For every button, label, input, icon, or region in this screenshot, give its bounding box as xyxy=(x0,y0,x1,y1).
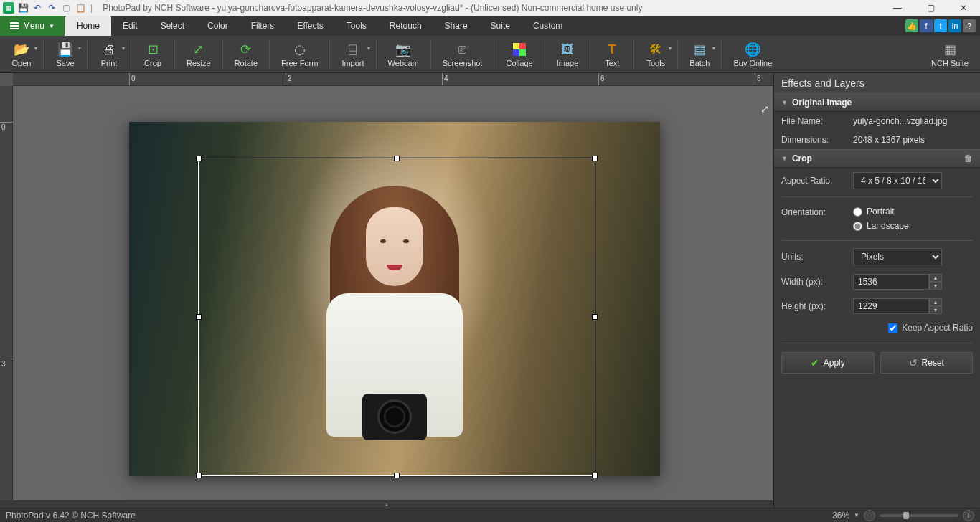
crop-handle-e[interactable] xyxy=(592,314,598,320)
tab-effects[interactable]: Effects xyxy=(286,16,334,36)
workarea: 0 2 4 6 8 0 3 ⤢ xyxy=(0,73,980,508)
chevron-down-icon: ▼ xyxy=(781,99,788,106)
minimize-button[interactable]: — xyxy=(881,0,914,16)
crop-handle-nw[interactable] xyxy=(196,156,202,161)
zoom-in-button[interactable]: + xyxy=(963,510,974,521)
panel-grip[interactable]: ▴ xyxy=(0,500,773,508)
units-select[interactable]: Pixels xyxy=(853,248,942,265)
paste-icon[interactable]: 📋 xyxy=(75,2,86,14)
effects-layers-panel: Effects and Layers ▼ Original Image File… xyxy=(773,73,980,508)
height-input[interactable]: ▲▼ xyxy=(853,298,942,314)
section-original-image[interactable]: ▼ Original Image xyxy=(774,93,980,112)
quick-access-toolbar: ▦ 💾 ↶ ↷ ▢ 📋 xyxy=(3,2,86,14)
panel-title: Effects and Layers xyxy=(774,73,980,93)
crop-handle-sw[interactable] xyxy=(196,473,202,478)
tab-filters[interactable]: Filters xyxy=(240,16,286,36)
section-crop[interactable]: ▼ Crop 🗑 xyxy=(774,149,980,168)
tab-strip: Home Edit Select Color Filters Effects T… xyxy=(65,16,574,36)
crop-selection[interactable] xyxy=(198,158,595,476)
scanner-icon: ⌸ xyxy=(344,41,362,58)
resize-button[interactable]: ⤢Resize xyxy=(179,39,218,69)
close-button[interactable]: ✕ xyxy=(947,0,980,16)
spin-down-icon[interactable]: ▼ xyxy=(929,282,942,290)
tab-home[interactable]: Home xyxy=(65,16,111,36)
tab-retouch[interactable]: Retouch xyxy=(378,16,433,36)
import-button[interactable]: ⌸Import xyxy=(334,39,371,69)
save-button[interactable]: 💾Save xyxy=(48,39,83,69)
apply-button[interactable]: ✔Apply xyxy=(781,352,875,374)
redo-icon[interactable]: ↷ xyxy=(46,2,57,14)
trash-icon[interactable]: 🗑 xyxy=(964,153,973,163)
filename-row: File Name: yulya-gonch...vzgliad.jpg xyxy=(774,112,980,130)
zoom-dropdown-icon[interactable]: ▼ xyxy=(854,512,859,518)
spin-up-icon[interactable]: ▲ xyxy=(929,298,942,306)
print-button[interactable]: 🖨Print xyxy=(92,39,126,69)
crop-handle-n[interactable] xyxy=(394,156,400,161)
new-icon[interactable]: ▢ xyxy=(60,2,72,14)
hamburger-icon xyxy=(10,22,19,29)
rotate-icon: ⟳ xyxy=(237,41,255,58)
ruler-horizontal: 0 2 4 6 8 xyxy=(13,73,773,86)
collage-icon xyxy=(511,41,528,58)
width-input[interactable]: ▲▼ xyxy=(853,274,942,290)
maximize-button[interactable]: ▢ xyxy=(914,0,947,16)
app-icon: ▦ xyxy=(3,2,14,14)
version-text: PhotoPad v 6.42 © NCH Software xyxy=(6,511,136,521)
resize-icon: ⤢ xyxy=(190,41,207,58)
nch-suite-button[interactable]: ▦NCH Suite xyxy=(924,39,976,69)
screenshot-button[interactable]: ⎚Screenshot xyxy=(435,39,490,69)
menu-button[interactable]: Menu ▼ xyxy=(0,16,65,36)
aspect-ratio-select[interactable]: 4 x 5 / 8 x 10 / 16 x 20 xyxy=(853,172,942,189)
twitter-icon[interactable]: t xyxy=(934,19,947,32)
tab-suite[interactable]: Suite xyxy=(479,16,522,36)
crop-handle-ne[interactable] xyxy=(592,156,598,161)
save-icon[interactable]: 💾 xyxy=(17,2,29,14)
dimensions-value: 2048 x 1367 pixels xyxy=(853,135,973,145)
like-icon[interactable]: 👍 xyxy=(905,19,918,32)
tab-color[interactable]: Color xyxy=(196,16,240,36)
spin-up-icon[interactable]: ▲ xyxy=(929,274,942,282)
image-button[interactable]: 🖼Image xyxy=(550,39,586,69)
aspect-label: Aspect Ratio: xyxy=(781,176,853,186)
rotate-button[interactable]: ⟳Rotate xyxy=(227,39,265,69)
batch-button[interactable]: ▤Batch xyxy=(682,39,717,69)
buy-button[interactable]: 🌐Buy Online xyxy=(726,39,779,69)
zoom-slider[interactable] xyxy=(880,514,958,517)
canvas[interactable]: ⤢ xyxy=(13,86,773,500)
crop-button[interactable]: ⊡Crop xyxy=(136,39,170,69)
keep-aspect-checkbox[interactable]: Keep Aspect Ratio xyxy=(774,318,980,340)
chevron-down-icon: ▼ xyxy=(781,155,788,162)
orientation-portrait-radio[interactable]: Portrait xyxy=(853,204,973,219)
print-icon: 🖨 xyxy=(100,41,118,58)
facebook-icon[interactable]: f xyxy=(920,19,933,32)
tools-button[interactable]: 🛠Tools xyxy=(639,39,673,69)
crop-handle-w[interactable] xyxy=(196,314,202,320)
webcam-button[interactable]: 📷Webcam xyxy=(381,39,426,69)
fullscreen-icon[interactable]: ⤢ xyxy=(760,103,769,115)
undo-icon[interactable]: ↶ xyxy=(32,2,43,14)
tab-share[interactable]: Share xyxy=(433,16,479,36)
tab-custom[interactable]: Custom xyxy=(522,16,574,36)
help-icon[interactable]: ? xyxy=(963,19,976,32)
tab-edit[interactable]: Edit xyxy=(111,16,149,36)
spin-down-icon[interactable]: ▼ xyxy=(929,306,942,314)
orientation-landscape-radio[interactable]: Landscape xyxy=(853,219,973,233)
crop-handle-se[interactable] xyxy=(592,473,598,478)
tab-select[interactable]: Select xyxy=(149,16,196,36)
lasso-icon: ◌ xyxy=(291,41,308,58)
open-button[interactable]: 📂Open xyxy=(4,39,39,69)
zoom-value: 36% xyxy=(832,511,849,521)
ruler-vertical: 0 3 xyxy=(0,86,13,500)
crop-handle-s[interactable] xyxy=(394,473,400,478)
collage-button[interactable]: Collage xyxy=(499,39,540,69)
zoom-out-button[interactable]: − xyxy=(864,510,875,521)
width-label: Width (px): xyxy=(781,277,853,287)
globe-icon: 🌐 xyxy=(744,41,761,58)
menu-label: Menu xyxy=(23,21,44,31)
reset-button[interactable]: ↺Reset xyxy=(880,352,974,374)
units-label: Units: xyxy=(781,252,853,262)
tab-tools[interactable]: Tools xyxy=(335,16,378,36)
text-button[interactable]: TText xyxy=(595,39,629,69)
linkedin-icon[interactable]: in xyxy=(948,19,961,32)
freeform-button[interactable]: ◌Free Form xyxy=(274,39,325,69)
